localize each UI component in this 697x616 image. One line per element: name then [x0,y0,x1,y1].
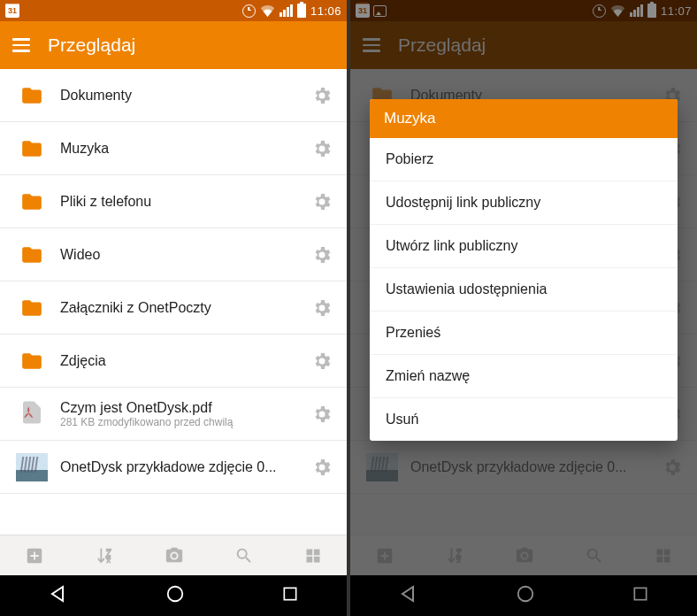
list-item[interactable]: Muzyka [0,122,347,175]
list-item[interactable]: Zdjęcia [0,335,347,388]
folder-icon [16,137,48,160]
gear-icon[interactable] [308,135,336,163]
item-name: Dokumenty [60,88,308,104]
gear-icon[interactable] [308,81,336,110]
folder-icon [16,84,48,107]
dialog-title: Muzyka [370,99,678,138]
status-bar: 31 11:06 [0,0,347,21]
list-item[interactable]: Pliki z telefonu [0,175,347,228]
calendar-icon: 31 [5,4,19,18]
dialog-option[interactable]: Ustawienia udostępnienia [370,268,678,312]
app-bar: Przeglądaj [0,21,347,69]
dialog-option[interactable]: Pobierz [370,138,678,181]
item-name: Pliki z telefonu [60,194,308,210]
sort-az-button[interactable] [95,546,114,566]
bottom-toolbar [0,535,347,575]
hamburger-icon[interactable] [12,38,30,52]
signal-icon [280,4,293,17]
list-item[interactable]: Wideo [0,228,347,281]
home-button[interactable] [165,584,185,607]
camera-button[interactable] [164,546,185,566]
file-list[interactable]: DokumentyMuzykaPliki z telefonuWideoZałą… [0,69,347,535]
dialog-option[interactable]: Zmień nazwę [370,355,678,398]
item-name: Wideo [60,247,308,263]
item-name: Załączniki z OnetPoczty [60,300,308,316]
svg-point-0 [168,587,183,602]
folder-icon [16,350,48,373]
dialog-option[interactable]: Udostępnij link publiczny [370,181,678,225]
back-button[interactable] [48,583,69,608]
add-button[interactable] [25,546,44,566]
list-item[interactable]: Czym jest OnetDysk.pdf281 KB zmodyfikowa… [0,388,347,441]
alarm-icon [242,4,256,18]
folder-icon [16,190,48,213]
phone-right: 31 11:07 Przeglądaj DokumentyMuzykaPliki… [350,0,697,616]
search-button[interactable] [234,546,254,566]
item-name: Muzyka [60,141,308,157]
image-icon [16,453,48,481]
grid-button[interactable] [304,547,322,565]
item-name: OnetDysk przykładowe zdjęcie 0... [60,459,308,475]
gear-icon[interactable] [308,453,336,481]
phone-left: 31 11:06 Przeglądaj DokumentyMuzykaPliki… [0,0,347,616]
item-name: Czym jest OnetDysk.pdf [60,400,308,416]
page-title: Przeglądaj [48,35,135,56]
folder-icon [16,243,48,266]
recent-button[interactable] [281,585,299,606]
status-time: 11:06 [310,4,341,18]
gear-icon[interactable] [308,294,336,322]
list-item[interactable]: OnetDysk przykładowe zdjęcie 0... [0,441,347,494]
gear-icon[interactable] [308,188,336,216]
gear-icon[interactable] [308,347,336,375]
dialog-option[interactable]: Przenieś [370,312,678,355]
context-menu-dialog: Muzyka PobierzUdostępnij link publicznyU… [370,99,678,441]
wifi-icon [260,4,275,17]
android-nav-bar [0,575,347,616]
gear-icon[interactable] [308,241,336,269]
svg-rect-1 [284,588,295,599]
battery-icon [297,4,306,18]
folder-icon [16,296,48,320]
item-subtitle: 281 KB zmodyfikowano przed chwilą [60,416,308,428]
gear-icon[interactable] [308,400,336,428]
list-item[interactable]: Załączniki z OnetPoczty [0,281,347,335]
item-name: Zdjęcia [60,353,308,369]
pdf-icon [16,397,48,431]
list-item[interactable]: Dokumenty [0,69,347,122]
dialog-option[interactable]: Usuń [370,398,678,441]
dialog-option[interactable]: Utwórz link publiczny [370,225,678,268]
